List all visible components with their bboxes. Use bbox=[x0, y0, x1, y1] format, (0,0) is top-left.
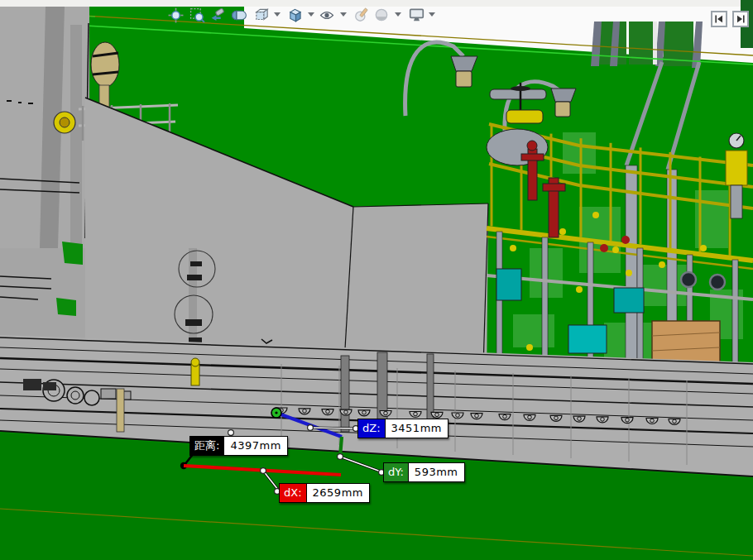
view-settings-dropdown[interactable] bbox=[429, 12, 435, 17]
previous-view-button[interactable] bbox=[209, 6, 227, 24]
dx-callout[interactable]: dX: 2659mm bbox=[279, 483, 370, 503]
previous-view-icon bbox=[209, 7, 226, 23]
section-view-button[interactable] bbox=[231, 6, 249, 24]
3d-viewport[interactable] bbox=[0, 0, 753, 560]
hide-show-items-icon bbox=[319, 7, 335, 23]
dy-callout[interactable]: dY: 593mm bbox=[383, 462, 465, 482]
dy-value: 593mm bbox=[409, 463, 464, 481]
view-orientation-button[interactable] bbox=[252, 6, 271, 24]
cad-window: 距离: 4397mm dZ: 3451mm dY: 593mm dX: 2659… bbox=[0, 0, 753, 560]
apply-scene-dropdown[interactable] bbox=[395, 12, 401, 17]
dz-chip: dZ: bbox=[358, 419, 386, 438]
zoom-to-area-button[interactable] bbox=[188, 6, 206, 24]
edit-appearance-icon bbox=[353, 7, 370, 23]
edit-appearance-button[interactable] bbox=[353, 6, 371, 24]
view-orientation-icon bbox=[253, 7, 271, 23]
view-settings-button[interactable] bbox=[407, 6, 425, 24]
display-style-icon bbox=[287, 7, 305, 23]
dx-value: 2659mm bbox=[307, 484, 369, 502]
page-next-button[interactable] bbox=[732, 11, 749, 27]
right-arrow-icon bbox=[736, 14, 746, 24]
left-arrow-icon bbox=[714, 14, 724, 24]
zoom-to-area-icon bbox=[189, 7, 205, 23]
dx-chip: dX: bbox=[280, 484, 307, 502]
display-style-dropdown[interactable] bbox=[308, 12, 314, 17]
hide-show-items-button[interactable] bbox=[318, 6, 336, 24]
zoom-to-fit-icon bbox=[168, 7, 184, 23]
view-orientation-dropdown[interactable] bbox=[274, 12, 281, 17]
dz-callout[interactable]: dZ: 3451mm bbox=[357, 419, 448, 438]
dy-chip: dY: bbox=[384, 463, 409, 481]
apply-scene-icon bbox=[373, 7, 390, 23]
view-settings-icon bbox=[408, 7, 425, 23]
zoom-to-fit-button[interactable] bbox=[166, 6, 185, 24]
apply-scene-button[interactable] bbox=[372, 6, 391, 24]
display-style-button[interactable] bbox=[286, 6, 305, 24]
page-previous-button[interactable] bbox=[711, 11, 727, 27]
hide-show-items-dropdown[interactable] bbox=[340, 12, 347, 17]
distance-value: 4397mm bbox=[224, 437, 286, 455]
dz-value: 3451mm bbox=[386, 419, 448, 438]
distance-callout[interactable]: 距离: 4397mm bbox=[189, 436, 288, 456]
section-view-icon bbox=[232, 7, 248, 23]
distance-chip: 距离: bbox=[190, 437, 224, 455]
